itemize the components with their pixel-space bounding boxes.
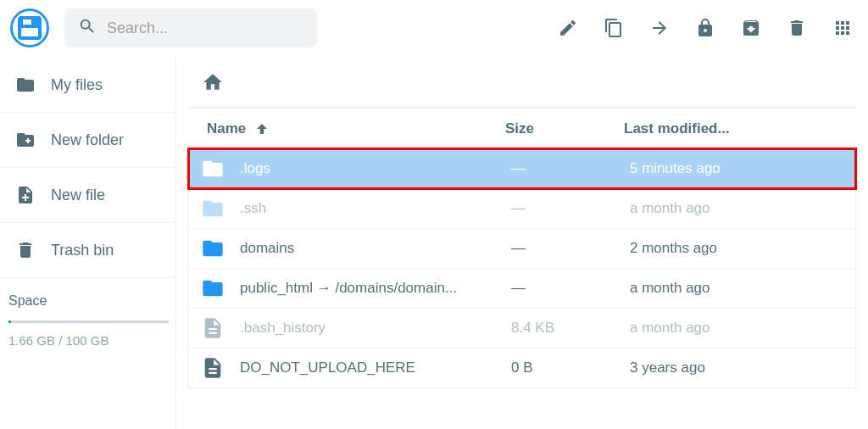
column-header-name[interactable]: Name	[200, 120, 505, 137]
copy-icon[interactable]	[604, 18, 624, 38]
folder-icon	[201, 197, 225, 220]
app-logo[interactable]	[10, 8, 49, 47]
new-file-icon	[15, 185, 36, 205]
file-row[interactable]: public_html → /domains/domain... — a mon…	[188, 268, 856, 309]
sidebar-item-label: New file	[51, 187, 105, 204]
file-name: .bash_history	[240, 320, 511, 337]
file-modified: a month ago	[630, 200, 843, 217]
move-icon[interactable]	[649, 18, 670, 38]
file-size: —	[511, 160, 630, 177]
space-bar-fill	[8, 320, 11, 323]
breadcrumb	[188, 58, 856, 109]
grid-view-icon[interactable]	[832, 18, 853, 38]
folder-icon	[201, 157, 225, 181]
file-icon	[201, 316, 225, 340]
sidebar-item-trash[interactable]: Trash bin	[0, 223, 175, 278]
file-modified: 3 years ago	[630, 359, 843, 376]
main-panel: Name Size Last modified... .logs — 5 min…	[176, 58, 868, 429]
file-name: .ssh	[240, 200, 511, 217]
file-row[interactable]: domains — 2 months ago	[188, 228, 856, 269]
sidebar: My files New folder New file Trash bin	[0, 58, 176, 429]
sidebar-item-label: New folder	[51, 131, 124, 149]
rename-icon[interactable]	[558, 18, 578, 38]
space-section: Space 1.66 GB / 100 GB	[0, 278, 175, 354]
home-icon[interactable]	[202, 71, 224, 93]
search-input[interactable]	[107, 20, 303, 37]
delete-icon[interactable]	[787, 18, 807, 38]
listing-header: Name Size Last modified...	[188, 109, 856, 149]
file-icon	[201, 356, 225, 380]
sidebar-item-new-folder[interactable]: New folder	[0, 113, 175, 168]
topbar	[0, 0, 868, 58]
file-name: domains	[240, 240, 511, 257]
toolbar	[558, 18, 853, 38]
sort-ascending-icon	[254, 121, 270, 136]
file-modified: a month ago	[630, 280, 843, 297]
sidebar-item-label: My files	[51, 76, 103, 94]
new-folder-icon	[15, 130, 36, 150]
file-modified: a month ago	[630, 320, 843, 337]
permissions-icon[interactable]	[695, 18, 715, 38]
search-box[interactable]	[64, 8, 317, 47]
file-modified: 5 minutes ago	[630, 160, 843, 177]
column-header-size[interactable]: Size	[505, 120, 624, 137]
folder-icon	[201, 276, 225, 300]
file-row[interactable]: .logs — 5 minutes ago	[188, 148, 856, 189]
file-size: 0 B	[511, 359, 630, 376]
folder-icon	[15, 75, 36, 95]
archive-icon[interactable]	[741, 18, 761, 38]
file-modified: 2 months ago	[630, 240, 843, 257]
file-size: 8.4 KB	[511, 320, 630, 337]
sidebar-item-my-files[interactable]: My files	[0, 58, 175, 113]
space-label: Space	[8, 293, 169, 309]
sidebar-item-new-file[interactable]: New file	[0, 168, 175, 223]
file-row[interactable]: DO_NOT_UPLOAD_HERE 0 B 3 years ago	[188, 348, 856, 388]
folder-icon	[201, 237, 225, 260]
file-name: public_html → /domains/domain...	[240, 280, 511, 297]
column-header-modified[interactable]: Last modified...	[624, 120, 844, 137]
file-size: —	[511, 240, 630, 257]
file-listing: Name Size Last modified... .logs — 5 min…	[188, 109, 856, 429]
file-name: DO_NOT_UPLOAD_HERE	[240, 359, 511, 376]
sidebar-item-label: Trash bin	[51, 242, 114, 259]
space-usage-text: 1.66 GB / 100 GB	[8, 333, 169, 348]
file-name: .logs	[240, 160, 511, 177]
file-size: —	[511, 200, 630, 217]
search-icon	[78, 17, 97, 39]
file-row[interactable]: .bash_history 8.4 KB a month ago	[188, 308, 856, 348]
space-bar	[8, 320, 169, 323]
file-row[interactable]: .ssh — a month ago	[188, 188, 856, 229]
file-size: —	[511, 280, 630, 297]
trash-icon	[15, 240, 36, 260]
